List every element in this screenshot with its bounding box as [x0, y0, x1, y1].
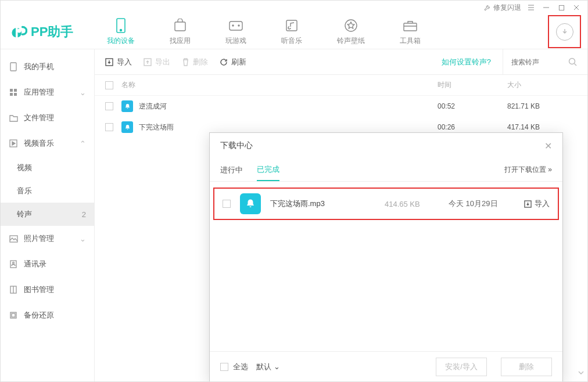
sidebar-video-music[interactable]: 视频音乐 ⌃	[1, 131, 94, 156]
nav-music[interactable]: 听音乐	[281, 18, 302, 46]
app-logo: PP助手	[1, 23, 84, 41]
maximize-icon[interactable]	[556, 2, 567, 13]
svg-rect-5	[175, 22, 185, 31]
sidebar-files[interactable]: 文件管理	[1, 105, 94, 131]
sidebar-apps[interactable]: 应用管理 ⌄	[1, 80, 94, 105]
chevron-down-icon: ⌄	[80, 88, 86, 97]
select-all-checkbox[interactable]	[105, 81, 113, 89]
sidebar-books[interactable]: 图书管理	[1, 277, 94, 302]
import-icon	[105, 58, 113, 66]
howto-link[interactable]: 如何设置铃声?	[442, 57, 491, 67]
sidebar-backup[interactable]: 备份还原	[1, 302, 94, 328]
nav-my-device[interactable]: 我的设备	[107, 18, 135, 46]
sidebar-contacts[interactable]: 通讯录	[1, 251, 94, 277]
bell-icon	[121, 100, 133, 112]
svg-rect-14	[14, 89, 17, 92]
row-checkbox[interactable]	[105, 123, 113, 131]
backup-icon	[9, 311, 18, 320]
tab-in-progress[interactable]: 进行中	[220, 158, 243, 181]
file-bell-icon	[240, 193, 261, 214]
download-row-checkbox[interactable]	[223, 200, 231, 208]
import-icon	[524, 200, 532, 208]
svg-rect-0	[559, 5, 564, 10]
download-center-dialog: 下载中心 ✕ 进行中 已完成 打开下载位置 » 下完这场雨.mp3 414.65…	[209, 132, 563, 382]
nav-ringtone-wallpaper[interactable]: 铃声壁纸	[337, 18, 365, 46]
search-input[interactable]	[511, 58, 564, 66]
select-all-checkbox[interactable]	[220, 363, 228, 371]
import-button[interactable]: 导入	[105, 57, 132, 67]
star-icon	[343, 18, 358, 33]
svg-point-2	[17, 28, 21, 33]
svg-rect-9	[286, 20, 297, 31]
export-button[interactable]: 导出	[144, 57, 170, 67]
tab-done[interactable]: 已完成	[257, 158, 279, 181]
nav-find-app[interactable]: 找应用	[170, 18, 191, 46]
ringtone-count: 2	[82, 210, 86, 219]
chevron-up-icon: ⌃	[80, 139, 86, 148]
image-icon	[9, 234, 18, 243]
logo-icon	[11, 24, 27, 40]
default-dropdown[interactable]: 默认 ⌄	[256, 362, 280, 372]
main-pane: 导入 导出 删除 刷新 如何设置铃声? 名称 时间	[95, 49, 587, 381]
col-time: 时间	[438, 80, 507, 90]
titlebar: 修复闪退	[1, 1, 587, 15]
device-icon	[9, 62, 18, 71]
trash-icon	[182, 58, 189, 66]
svg-point-8	[238, 25, 239, 26]
install-import-button[interactable]: 安装/导入	[436, 358, 487, 376]
delete-button[interactable]: 删除	[182, 57, 208, 67]
dialog-delete-button[interactable]: 删除	[501, 358, 552, 376]
sidebar-my-phone[interactable]: 我的手机	[1, 54, 94, 80]
download-icon	[556, 23, 573, 41]
col-name: 名称	[121, 80, 438, 90]
export-icon	[144, 58, 152, 66]
refresh-icon	[220, 58, 228, 66]
grid-icon	[9, 88, 18, 97]
contacts-icon	[9, 260, 18, 269]
col-size: 大小	[507, 80, 577, 90]
sidebar: 我的手机 应用管理 ⌄ 文件管理 视频音乐 ⌃ 视频 音乐 铃声 2 照片管理 …	[1, 49, 95, 381]
book-icon	[9, 285, 18, 294]
svg-rect-13	[10, 89, 13, 92]
logo-text: PP助手	[31, 23, 73, 41]
dialog-close-icon[interactable]: ✕	[544, 140, 552, 152]
svg-rect-23	[12, 313, 15, 317]
download-filename: 下完这场雨.mp3	[270, 199, 385, 209]
select-all-button[interactable]: 全选	[220, 362, 248, 372]
gamepad-icon	[228, 18, 243, 33]
chevron-down-icon: ⌄	[274, 362, 280, 371]
svg-point-7	[232, 25, 234, 26]
sidebar-sub-ringtone[interactable]: 铃声 2	[1, 203, 94, 226]
bell-icon	[121, 121, 133, 133]
nav-toolbox[interactable]: 工具箱	[400, 18, 421, 46]
download-center-button[interactable]	[548, 15, 581, 48]
bag-icon	[173, 18, 188, 33]
sidebar-sub-video[interactable]: 视频	[1, 156, 94, 179]
open-download-location[interactable]: 打开下载位置 »	[504, 165, 552, 175]
download-row[interactable]: 下完这场雨.mp3 414.65 KB 今天 10月29日 导入	[213, 188, 559, 220]
top-nav: PP助手 我的设备 找应用 玩游戏 听音乐 铃声壁纸 工具箱	[1, 15, 587, 49]
nav-games[interactable]: 玩游戏	[225, 18, 246, 46]
row-checkbox[interactable]	[105, 102, 113, 110]
svg-rect-16	[14, 93, 17, 96]
refresh-button[interactable]: 刷新	[220, 57, 246, 67]
scroll-down-icon[interactable]	[577, 369, 585, 377]
search-icon[interactable]	[568, 57, 577, 66]
menu-icon[interactable]	[526, 2, 536, 13]
sidebar-photos[interactable]: 照片管理 ⌄	[1, 226, 94, 251]
svg-point-4	[120, 29, 122, 31]
table-header: 名称 时间 大小	[95, 75, 587, 96]
svg-point-26	[569, 59, 575, 64]
table-row[interactable]: 逆流成河 00:52 821.71 KB	[95, 96, 587, 117]
svg-rect-6	[230, 21, 242, 30]
play-icon	[9, 139, 18, 148]
download-import-button[interactable]: 导入	[524, 199, 550, 209]
fix-crash-button[interactable]: 修复闪退	[484, 3, 521, 13]
svg-rect-15	[10, 93, 13, 96]
close-icon[interactable]	[571, 2, 582, 13]
minimize-icon[interactable]	[541, 2, 551, 13]
search-wrap	[503, 49, 577, 74]
folder-icon	[9, 113, 18, 122]
sidebar-sub-music[interactable]: 音乐	[1, 179, 94, 203]
svg-rect-11	[404, 23, 417, 31]
